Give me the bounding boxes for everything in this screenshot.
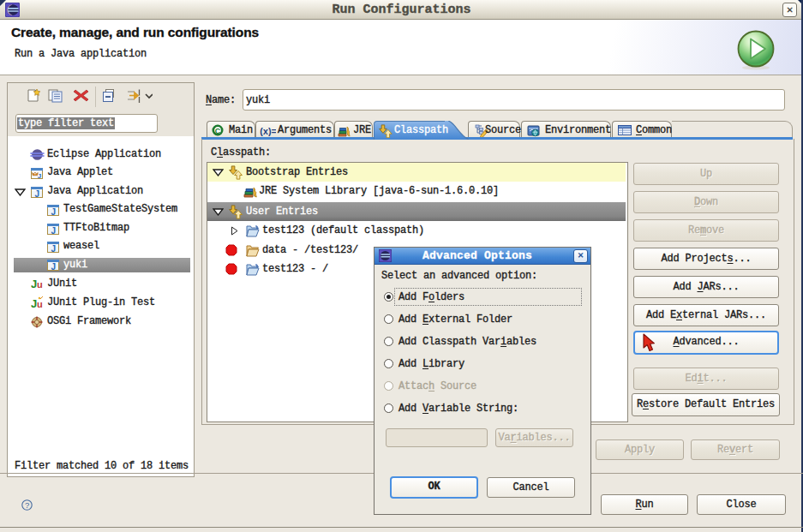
svg-text:J: J xyxy=(31,297,37,309)
svg-text:J: J xyxy=(31,278,37,290)
svg-text:J: J xyxy=(38,172,41,180)
svg-text:J: J xyxy=(51,207,56,216)
svg-text:u: u xyxy=(37,299,43,309)
svg-text:J: J xyxy=(51,226,56,235)
svg-text:J: J xyxy=(35,189,39,198)
svg-text:?: ? xyxy=(25,500,29,510)
svg-text:C: C xyxy=(215,127,221,135)
svg-text:J: J xyxy=(51,262,56,271)
svg-text:u: u xyxy=(37,279,43,290)
svg-text:(x)=: (x)= xyxy=(259,127,276,137)
svg-text:J: J xyxy=(51,244,56,253)
